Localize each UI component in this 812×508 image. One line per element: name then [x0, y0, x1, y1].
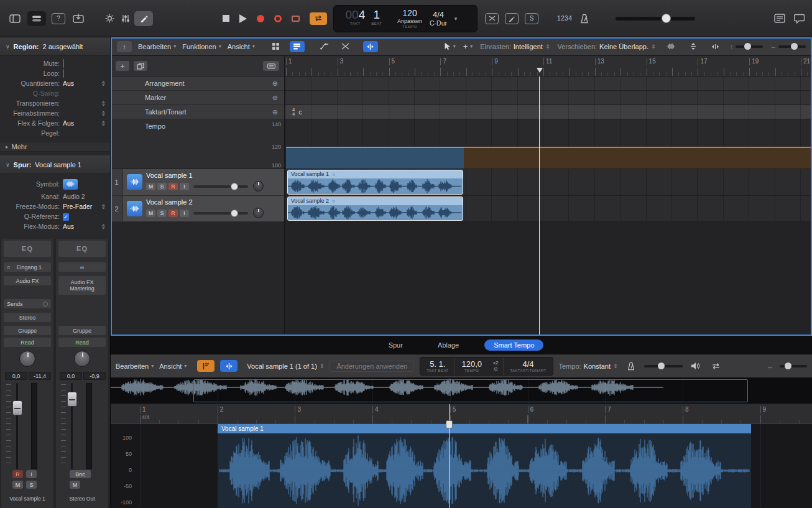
record-enable-button[interactable]: R [168, 183, 178, 190]
flex-mode-value[interactable]: Aus [63, 223, 100, 230]
track-header-1[interactable]: 1 Vocal sample 1 M S R I [111, 169, 284, 196]
lcd-chevron-icon[interactable]: ▾ [451, 6, 461, 32]
pan-value[interactable]: 0,0 [5, 372, 27, 380]
record-button[interactable] [257, 15, 264, 22]
grid-view-icon[interactable] [269, 41, 284, 52]
flex-icon[interactable] [363, 41, 378, 52]
input-monitor-button[interactable]: I [180, 183, 189, 190]
input-monitor-button[interactable]: I [26, 470, 37, 478]
editor-lcd-position[interactable]: 5. 1. TAKT BEAT [420, 358, 455, 375]
lcd-tempo[interactable]: 120 Anpassen TEMPO [394, 6, 426, 32]
editor-edit-menu[interactable]: Bearbeiten▾ [116, 363, 154, 370]
track-name[interactable]: Vocal sample 1 [146, 172, 284, 179]
volume-fader[interactable] [12, 400, 22, 415]
group-slot[interactable]: Gruppe [4, 326, 51, 335]
crossfade-icon[interactable] [338, 41, 353, 52]
solo-button[interactable]: S [26, 481, 37, 489]
count-in-button[interactable]: 1234 [557, 15, 572, 22]
q-reference-checkbox[interactable]: ✓ [63, 213, 69, 221]
track-pan-knob[interactable] [253, 181, 264, 192]
loop-playback-icon[interactable] [709, 361, 724, 372]
editor-region-header[interactable]: Vocal sample 1 [218, 424, 751, 433]
smart-tempo-follow-icon[interactable]: ○ [332, 197, 335, 205]
output-slot[interactable]: Stereo [4, 313, 51, 322]
loop-checkbox[interactable] [63, 69, 64, 78]
metronome-icon[interactable] [624, 361, 639, 372]
waveform-zoom-icon[interactable] [663, 41, 678, 52]
global-track-signature[interactable]: Taktart/Tonart ⊕ [111, 105, 284, 119]
inspector-toggle-icon[interactable] [27, 11, 46, 26]
tempo-mode-popup[interactable]: Tempo:Konstant⇕ [559, 363, 618, 370]
eq-slot[interactable]: EQ [4, 241, 51, 257]
import-icon[interactable] [71, 12, 86, 25]
track-lane-1[interactable]: Vocal sample 1○ [285, 169, 812, 196]
volume-value[interactable]: -11,4 [29, 372, 51, 380]
snap-popup[interactable]: Einrasten:Intelligent⇕ [480, 43, 550, 50]
quantize-value[interactable]: Aus [63, 80, 100, 87]
edit-menu[interactable]: Bearbeiten▾ [138, 43, 176, 50]
disclosure-icon[interactable]: ∨ [6, 44, 10, 50]
editor-lcd[interactable]: 5. 1. TAKT BEAT 120,0 TEMPO x2 /2 4/4 TA… [420, 357, 553, 376]
editor-waveform-area[interactable]: 100 50 0 -50 -100 Vocal sample 1 [111, 424, 812, 508]
add-signature-icon[interactable]: ⊕ [272, 108, 278, 116]
stepper-icon[interactable]: ⇕ [100, 223, 107, 230]
stepper-icon[interactable]: ⇕ [100, 203, 107, 210]
metronome-icon[interactable] [579, 14, 589, 24]
record-enable-button[interactable]: R [12, 470, 23, 478]
editor-playhead-handle[interactable] [446, 420, 453, 428]
tempo-curve-region[interactable] [286, 147, 464, 169]
horizontal-zoom-icon[interactable] [708, 41, 723, 52]
editor-view-menu[interactable]: Ansicht▾ [159, 363, 187, 370]
lcd-display[interactable]: 004 TAKT 1 BEAT 120 Anpassen TEMPO 4/4 C… [333, 5, 478, 32]
pan-knob-output[interactable] [74, 351, 90, 367]
automation-mode-slot[interactable]: Read [4, 338, 51, 347]
track-symbol-button[interactable] [63, 179, 78, 190]
global-track-marker[interactable]: Marker ⊕ [111, 91, 284, 105]
automation-mode-slot-output[interactable]: Read [58, 338, 106, 347]
pan-knob[interactable] [19, 351, 35, 367]
library-icon[interactable] [7, 12, 22, 25]
region-vocal-sample-2[interactable]: Vocal sample 2○ [287, 196, 463, 221]
tab-ablage[interactable]: Ablage [428, 339, 468, 351]
speaker-icon[interactable] [688, 361, 703, 372]
autopunch-button[interactable] [292, 16, 300, 22]
solo-mode-icon[interactable]: S [525, 13, 538, 24]
editor-zoom-slider[interactable] [780, 365, 807, 367]
play-button[interactable] [239, 14, 247, 23]
audio-fx-slot[interactable]: Audio FX [4, 276, 51, 285]
smart-tempo-follow-icon[interactable]: ○ [332, 170, 335, 178]
input-slot[interactable]: ○Eingang 1 [4, 262, 51, 272]
half-tempo-button[interactable]: /2 [493, 366, 498, 372]
solo-button[interactable]: S [157, 183, 167, 190]
pencil-tool-icon[interactable] [134, 11, 153, 26]
cycle-button[interactable] [310, 12, 327, 25]
functions-menu[interactable]: Funktionen▾ [182, 43, 221, 50]
mute-button[interactable]: M [146, 210, 155, 217]
region-vocal-sample-1[interactable]: Vocal sample 1○ [287, 170, 463, 195]
list-view-icon[interactable] [290, 41, 305, 52]
signature-lane[interactable]: 44 c [285, 105, 812, 119]
flex-follow-value[interactable]: Aus [63, 119, 100, 127]
stepper-icon[interactable]: ⇕ [100, 80, 107, 87]
tempo-curve-region-pending[interactable] [464, 147, 812, 169]
track-lane-2[interactable]: Vocal sample 2○ [285, 196, 812, 222]
drag-popup[interactable]: Verschieben:Keine Überlapp.⇕ [557, 43, 655, 50]
nudge-icon[interactable] [102, 12, 117, 25]
no-crossfade-icon[interactable] [485, 13, 499, 24]
pointer-tool-menu[interactable]: ▾ [444, 42, 456, 50]
add-arrangement-icon[interactable]: ⊕ [272, 80, 278, 88]
editor-region[interactable]: Vocal sample 1 [218, 424, 751, 508]
stop-button[interactable] [223, 15, 229, 22]
view-menu[interactable]: Ansicht▾ [228, 43, 255, 50]
list-editors-icon[interactable] [774, 14, 785, 23]
pencil-icon[interactable] [505, 13, 519, 24]
mute-button-output[interactable]: M [70, 481, 80, 489]
stepper-icon[interactable]: ⇕ [100, 100, 107, 107]
quick-help-icon[interactable]: ? [51, 12, 66, 25]
track-header-config-button[interactable] [263, 61, 279, 71]
add-marker-icon[interactable]: ⊕ [272, 94, 278, 102]
track-icon-waveform[interactable] [127, 174, 142, 190]
track-volume-slider[interactable] [193, 210, 248, 217]
send-knob[interactable] [43, 302, 48, 307]
click-volume-slider[interactable] [644, 365, 683, 367]
